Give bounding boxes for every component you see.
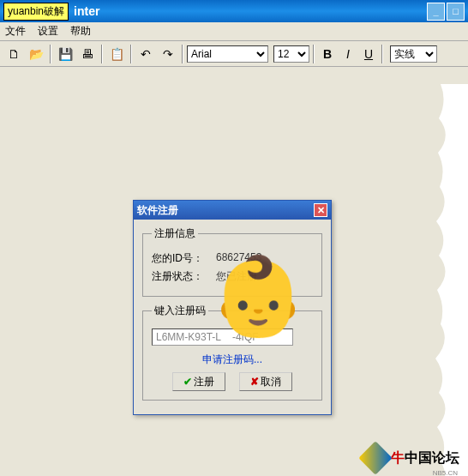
status-label: 注册状态： xyxy=(152,269,216,284)
close-icon[interactable]: ✕ xyxy=(314,203,327,217)
print-icon[interactable]: 🖶 xyxy=(77,44,98,64)
separator xyxy=(130,45,132,63)
status-value: 您已注册 xyxy=(216,269,257,284)
window-titlebar: yuanbin破解 inter _ □ xyxy=(0,0,468,22)
window-title: inter xyxy=(74,4,427,18)
id-value: 68627453 xyxy=(216,251,261,266)
enter-legend: 键入注册码 xyxy=(152,304,208,318)
window-controls: _ □ xyxy=(427,3,465,21)
separator xyxy=(381,45,383,63)
separator xyxy=(182,45,183,63)
crack-badge: yuanbin破解 xyxy=(3,3,69,21)
menu-settings[interactable]: 设置 xyxy=(38,24,58,39)
site-url: NB5.CN xyxy=(433,469,458,476)
separator xyxy=(50,45,51,63)
cross-icon: ✘ xyxy=(250,376,259,388)
linestyle-select[interactable]: 实线 xyxy=(390,45,437,63)
torn-edge-decoration xyxy=(434,84,468,476)
enter-code-group: 键入注册码 申请注册码... ✔注册 ✘取消 xyxy=(142,304,322,401)
cancel-button[interactable]: ✘取消 xyxy=(239,372,292,391)
menu-help[interactable]: 帮助 xyxy=(70,24,91,39)
separator xyxy=(101,45,103,63)
size-select[interactable]: 12 xyxy=(273,45,309,63)
undo-icon[interactable]: ↶ xyxy=(135,44,156,64)
dialog-title: 软件注册 xyxy=(137,203,314,218)
toolbar: 🗋 📂 💾 🖶 📋 ↶ ↷ Arial 12 B I U 实线 xyxy=(0,41,468,67)
open-icon[interactable]: 📂 xyxy=(26,44,46,64)
menubar: 文件 设置 帮助 xyxy=(0,22,468,41)
check-icon: ✔ xyxy=(183,376,192,388)
info-legend: 注册信息 xyxy=(152,226,198,241)
italic-button[interactable]: I xyxy=(339,45,357,63)
menu-file[interactable]: 文件 xyxy=(5,24,26,39)
minimize-button[interactable]: _ xyxy=(427,3,445,21)
id-label: 您的ID号： xyxy=(152,251,216,266)
apply-code-link[interactable]: 申请注册码... xyxy=(152,352,313,367)
new-icon[interactable]: 🗋 xyxy=(3,44,24,64)
dialog-body: 注册信息 您的ID号： 68627453 注册状态： 您已注册 键入注册码 申请… xyxy=(134,220,331,414)
dialog-titlebar: 软件注册 ✕ xyxy=(134,201,331,220)
font-select[interactable]: Arial xyxy=(187,45,268,63)
logo-icon xyxy=(358,441,393,475)
separator xyxy=(313,45,315,63)
underline-button[interactable]: U xyxy=(360,45,377,63)
site-watermark: 牛中国论坛 xyxy=(363,446,459,470)
bold-button[interactable]: B xyxy=(319,45,336,63)
register-button[interactable]: ✔注册 xyxy=(172,372,225,391)
save-icon[interactable]: 💾 xyxy=(55,44,75,64)
maximize-button[interactable]: □ xyxy=(447,3,465,21)
copy-icon[interactable]: 📋 xyxy=(106,44,127,64)
register-info-group: 注册信息 您的ID号： 68627453 注册状态： 您已注册 xyxy=(142,226,322,297)
register-dialog: 软件注册 ✕ 注册信息 您的ID号： 68627453 注册状态： 您已注册 键… xyxy=(133,200,332,415)
canvas-area: 软件注册 ✕ 注册信息 您的ID号： 68627453 注册状态： 您已注册 键… xyxy=(0,67,468,476)
registration-code-input[interactable] xyxy=(152,328,293,346)
redo-icon[interactable]: ↷ xyxy=(158,44,178,64)
